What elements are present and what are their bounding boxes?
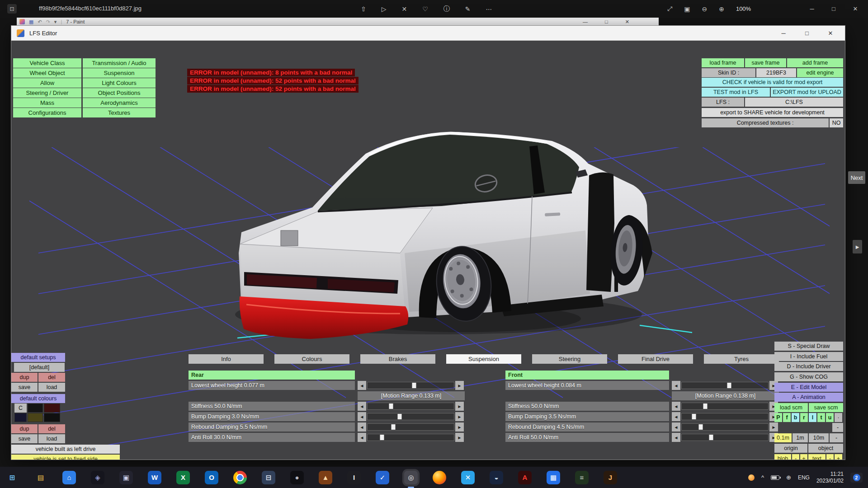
menu-vehicle-class[interactable]: Vehicle Class <box>13 58 81 68</box>
start-icon[interactable]: ⊞ <box>5 471 19 484</box>
slider-track[interactable] <box>681 413 769 420</box>
rear-anti-roll-slider[interactable]: ◄ ► <box>358 433 464 442</box>
text-plus-button[interactable]: + <box>835 454 842 460</box>
tab-final-drive[interactable]: Final Drive <box>618 354 693 364</box>
chrome-icon[interactable] <box>233 471 247 484</box>
include-driver-button[interactable]: D - Include Driver <box>774 362 843 371</box>
calculator-icon[interactable]: ⊟ <box>262 471 275 484</box>
lfs-titlebar[interactable]: LFS Editor ─ □ ✕ <box>11 26 845 41</box>
edit-icon[interactable]: ✎ <box>465 5 471 13</box>
slider-track[interactable] <box>681 434 769 441</box>
fixed-side-toggle[interactable]: vehicle is set to fixed side <box>11 455 120 460</box>
file-explorer-icon[interactable]: ▤ <box>34 471 47 484</box>
grid-minus-button[interactable]: - <box>832 423 843 432</box>
blob-plus-button[interactable]: + <box>800 454 807 460</box>
slider-handle[interactable] <box>709 435 713 440</box>
slider-decrease-icon[interactable]: ◄ <box>672 381 680 390</box>
add-frame-button[interactable]: add frame <box>787 58 843 67</box>
slider-decrease-icon[interactable]: ◄ <box>672 412 680 421</box>
save-scm-button[interactable]: save scm <box>809 403 843 412</box>
slider-handle[interactable] <box>392 424 396 430</box>
left-drive-toggle[interactable]: vehicle built as left drive <box>11 445 120 454</box>
skin-id-value[interactable]: 219BF3 <box>756 68 796 77</box>
default-setups-button[interactable]: default setups <box>11 353 65 362</box>
slider-track[interactable] <box>367 434 454 441</box>
tab-info[interactable]: Info <box>189 354 264 364</box>
view-toggle-t[interactable]: t <box>817 413 825 422</box>
menu-suspension[interactable]: Suspension <box>83 68 156 78</box>
slider-decrease-icon[interactable]: ◄ <box>672 402 680 411</box>
text-cursor-icon[interactable]: I <box>347 471 361 484</box>
setup-save-button[interactable]: save <box>11 383 38 392</box>
tab-tyres[interactable]: Tyres <box>704 354 779 364</box>
menu-aerodynamics[interactable]: Aerodynamics <box>83 98 156 108</box>
menu-textures[interactable]: Textures <box>83 108 156 117</box>
colour-save-button[interactable]: save <box>11 434 38 443</box>
special-draw-button[interactable]: S - Special Draw <box>774 342 843 351</box>
paint-maximize-icon[interactable]: □ <box>605 19 608 25</box>
media-app-icon[interactable]: ▣ <box>119 471 133 484</box>
slider-track[interactable] <box>681 382 769 389</box>
rear-lowest-wheel-height-slider[interactable]: ◄ ► <box>358 381 464 390</box>
origin-button[interactable]: origin <box>774 444 807 453</box>
colour-swatch-navy[interactable] <box>14 413 27 422</box>
tab-colours[interactable]: Colours <box>274 354 349 364</box>
restore-icon[interactable]: □ <box>823 5 844 12</box>
menu-wheel-object[interactable]: Wheel Object <box>13 68 81 78</box>
minimize-icon[interactable]: ─ <box>801 5 823 12</box>
paint-minimize-icon[interactable]: — <box>583 19 588 25</box>
check-vehicle-button[interactable]: CHECK if vehicle is valid for mod export <box>702 78 843 87</box>
view-toggle-p[interactable]: P <box>774 413 782 422</box>
colour-swatch-black2[interactable] <box>44 413 60 422</box>
slider-handle[interactable] <box>727 383 731 388</box>
slider-handle[interactable] <box>699 424 703 430</box>
slider-decrease-icon[interactable]: ◄ <box>672 422 680 432</box>
colour-swatch-black[interactable] <box>28 404 43 413</box>
view-toggle-u[interactable]: u <box>826 413 834 422</box>
slideshow-icon[interactable]: ▷ <box>382 5 387 13</box>
todo-icon[interactable]: ✓ <box>376 471 389 484</box>
menu-configurations[interactable]: Configurations <box>13 108 81 117</box>
tab-suspension[interactable]: Suspension <box>446 354 521 364</box>
colour-dup-button[interactable]: dup <box>11 424 38 433</box>
slider-track[interactable] <box>681 403 769 410</box>
info-icon[interactable]: ⓘ <box>443 5 450 13</box>
fit-screen-icon[interactable]: ▣ <box>684 5 690 13</box>
scale-10m-button[interactable]: 10m <box>809 433 829 442</box>
slider-track[interactable] <box>367 382 454 389</box>
test-mod-button[interactable]: TEST mod in LFS <box>702 88 770 97</box>
tab-brakes[interactable]: Brakes <box>360 354 435 364</box>
zoom-out-icon[interactable]: ⊖ <box>702 5 707 13</box>
colour-load-button[interactable]: load <box>38 434 65 443</box>
view-toggle-l[interactable]: l <box>809 413 816 422</box>
slider-handle[interactable] <box>380 435 384 440</box>
colour-c-button[interactable]: C <box>14 404 27 413</box>
share-icon[interactable]: ⇧ <box>361 5 366 13</box>
favorite-icon[interactable]: ♡ <box>422 5 428 13</box>
export-mod-button[interactable]: EXPORT mod for UPLOAD <box>771 88 843 97</box>
slider-handle[interactable] <box>397 414 401 419</box>
menu-transmission-audio[interactable]: Transmission / Audio <box>83 58 156 68</box>
load-frame-button[interactable]: load frame <box>702 58 744 67</box>
edit-model-button[interactable]: E - Edit Model <box>774 383 843 392</box>
menu-allow[interactable]: Allow <box>13 78 81 88</box>
word-icon[interactable]: W <box>148 471 161 484</box>
slider-increase-icon[interactable]: ► <box>455 412 464 421</box>
menu-light-colours[interactable]: Light Colours <box>83 78 156 88</box>
animation-button[interactable]: A - Animation <box>774 393 843 402</box>
menu-mass[interactable]: Mass <box>13 98 81 108</box>
slider-handle[interactable] <box>703 404 707 409</box>
setup-default-item[interactable]: [default] <box>14 363 65 372</box>
colour-swatch-olive[interactable] <box>28 413 43 422</box>
slider-increase-icon[interactable]: ► <box>455 381 464 390</box>
window-close-icon[interactable]: ✕ <box>819 30 842 37</box>
text-button[interactable]: text <box>808 454 826 460</box>
outlook-icon[interactable]: O <box>205 471 218 484</box>
photos-icon[interactable]: ▦ <box>547 471 560 484</box>
slider-increase-icon[interactable]: ► <box>455 433 464 442</box>
battery-icon[interactable] <box>771 475 779 480</box>
show-cog-button[interactable]: G - Show COG <box>774 372 843 381</box>
include-fuel-button[interactable]: I - Include Fuel <box>774 352 843 361</box>
slider-decrease-icon[interactable]: ◄ <box>358 412 366 421</box>
java-icon[interactable]: J <box>604 471 617 484</box>
